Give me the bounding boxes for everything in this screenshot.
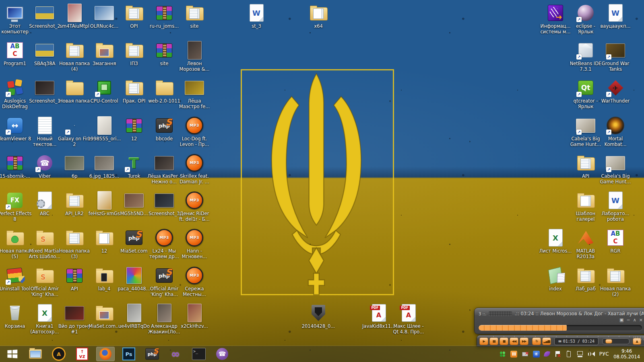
desktop-icon[interactable]: Лёша KasPer - Нежно о... [147,153,181,185]
desktop-icon[interactable]: ↗Cabela's Big Game Hunt... [599,153,632,185]
aimp-pause-icon[interactable] [510,351,517,358]
desktop-icon[interactable]: feHszG-xmGs [87,191,121,217]
desktop-icon[interactable]: 6p [58,153,91,179]
desktop-icon[interactable]: ↗Uninstall Tool [0,266,32,292]
desktop-icon[interactable]: MP3Hann - Мгновен... [178,228,211,259]
desktop-icon[interactable]: ue4vIRBTqDo [117,303,151,329]
desktop-icon[interactable]: ✈↗WarThunder [599,78,632,104]
desktop-icon[interactable]: Новая папка (4) [58,41,91,72]
taskbar-file-explorer[interactable] [27,347,44,361]
snowflake-icon[interactable]: ✳ [533,351,540,358]
desktop-icon[interactable]: Вйо до трону #1 [58,303,91,335]
desktop-icon[interactable]: 15-sbornik-... [0,153,32,179]
minimize-icon[interactable]: − [627,318,630,322]
antivirus-icon[interactable] [499,351,506,358]
desktop-icon[interactable]: MATLAB R2013a [569,228,603,259]
desktop-icon[interactable]: XКнига1 (Автосохр... [28,303,62,335]
desktop-icon[interactable]: Новая папка (5) [0,228,32,259]
shade-icon[interactable]: ∧ [633,318,636,322]
volume-knob[interactable] [605,339,612,343]
desktop-icon[interactable]: ☎↗Viber [28,153,62,179]
desktop-icon[interactable]: Шаблон галереї [569,191,603,222]
desktop-icon[interactable]: MG5h5ND... [117,191,151,217]
next-button[interactable]: ▶▶ [520,337,528,345]
desktop-icon[interactable]: MP3Skrillex feat. Damian Jr. ... [178,153,211,185]
desktop-icon[interactable]: MP3Loc-Dog ft. Levon - Пр... [178,116,211,147]
desktop-icon[interactable]: ↗CPU-Control [87,78,121,104]
desktop-icon[interactable]: phpSOfficial Amir 'King' Kha... [147,266,181,297]
desktop-icon[interactable]: ІПЗ [117,41,151,67]
desktop-icon[interactable]: paca_44048... [117,266,151,292]
desktop-icon[interactable]: PDFAJavaKid8x11... [362,303,396,329]
desktop-icon[interactable]: Лёша Маэстро fe... [178,78,211,109]
repeat-button[interactable]: ↻ [532,337,541,345]
desktop-icon[interactable]: ↗NetBeans IDE 7.3.1 [569,41,603,72]
desktop-icon[interactable]: Лаб_раб [569,266,603,292]
desktop-icon[interactable]: MP3Денис RiDer ft. del1r - Б... [178,191,211,222]
desktop-icon[interactable]: site [178,3,211,29]
taskbar-phpstorm[interactable]: phpS [143,347,161,361]
desktop-icon[interactable]: ↔↗TeamViewer 8 [0,116,32,142]
desktop-icon[interactable]: web-2.0-1011 [147,78,181,104]
desktop-icon[interactable]: Левон Морозов &... [178,41,211,72]
desktop-icon[interactable]: ABC [28,191,62,217]
desktop-icon[interactable]: x64 [301,3,335,29]
desktop-icon[interactable]: Этот компьютер [0,3,32,35]
desktop-icon[interactable]: index [539,266,572,292]
prev-button[interactable]: ◀◀ [510,337,518,345]
desktop-icon[interactable]: ru-ru_joms... [147,3,181,29]
desktop-icon[interactable]: 20140428_0... [301,303,335,329]
desktop-icon[interactable]: sm4TAiuMtpl [58,3,91,29]
desktop-icon[interactable]: ↗Ground War Tanks [599,41,632,72]
taskbar-viber[interactable]: ☎ [213,347,231,361]
taskbar-firefox[interactable] [97,347,114,361]
desktop-icon[interactable]: PDFAМакс Шлее - Qt 4.8. Про... [392,303,425,335]
clock[interactable]: 9:46 08.05.2014 [613,348,640,360]
desktop-icon[interactable]: API [569,153,603,179]
desktop-icon[interactable]: 1998555_ori... [87,116,121,142]
desktop-icon[interactable]: Корзина [0,303,32,329]
desktop-icon[interactable]: FX↗Perfect Effects 8 [0,191,32,222]
desktop-icon[interactable]: MP3Сережа Местны... [178,266,211,297]
desktop-icon[interactable]: Screenshot_1 [28,78,62,104]
volume-slider[interactable] [602,338,630,344]
desktop-icon[interactable]: Qt↗qtcreator - Ярлык [569,78,603,109]
equalizer-button[interactable]: ▂▄▆ [542,337,551,345]
play-button[interactable]: ▶ [479,337,488,345]
desktop-icon[interactable]: Новая папка (3) [58,228,91,259]
desktop-icon[interactable]: API_LR2 [58,191,91,217]
taskbar-visual-studio[interactable]: ∞ [167,347,184,361]
desktop-icon[interactable]: phpSMiaSet.com [117,228,151,254]
desktop-icon[interactable]: OPI [117,3,151,29]
taskbar-photoshop[interactable]: Ps [120,347,138,361]
taskbar-aimp[interactable]: A [50,347,68,361]
aimp-player-window[interactable]: 3 ::. .:: 03:24 :: Левон Морозов & Лок Д… [474,308,644,334]
desktop-icon[interactable]: XЛист Micros... [539,228,572,254]
desktop-icon[interactable]: SOfficial Amir 'King' Kha... [28,266,62,297]
desktop-icon[interactable]: SBAq38A [28,41,62,67]
desktop-icon[interactable]: API [58,266,91,292]
desktop-icon[interactable]: 12 [87,228,121,254]
desktop-icon[interactable]: OLRNuc4c... [87,3,121,29]
desktop-icon[interactable]: Wst_3 [239,3,273,29]
desktop-icon[interactable]: Screenshot_2 [28,3,62,29]
network-icon[interactable] [577,351,584,358]
taskbar-start-button[interactable] [3,347,21,361]
desktop-icon[interactable]: Змагання [87,41,121,67]
desktop-icon[interactable]: MiaSet.com... [87,303,121,329]
desktop-icon[interactable]: MP3Lx24 - Мы теряем др... [147,228,181,259]
pause-button[interactable]: ▮▮ [489,337,498,345]
desktop-icon[interactable]: ↗Cabela's Big Game Hunt... [569,116,603,147]
desktop-icon[interactable]: Новая папка [58,78,91,104]
copy-icon[interactable]: ▣ [619,318,623,322]
desktop-icon[interactable]: phpSbbcode [147,116,181,142]
desktop-icon[interactable]: x2CkHhzv... [178,303,211,329]
desktop-icon[interactable]: Wвауцааукп... [599,3,632,29]
desktop-icon[interactable]: Screenshot_3 [147,191,181,217]
desktop-icon[interactable]: Информац... системы м... [539,3,572,35]
taskbar-vz-app[interactable]: ↑vz [73,347,91,361]
volume-icon[interactable] [588,351,595,358]
desktop-icon[interactable]: ↗eclipse - Ярлык [569,3,603,35]
player-progress-bar[interactable] [479,325,642,331]
feather-icon[interactable] [544,351,550,357]
